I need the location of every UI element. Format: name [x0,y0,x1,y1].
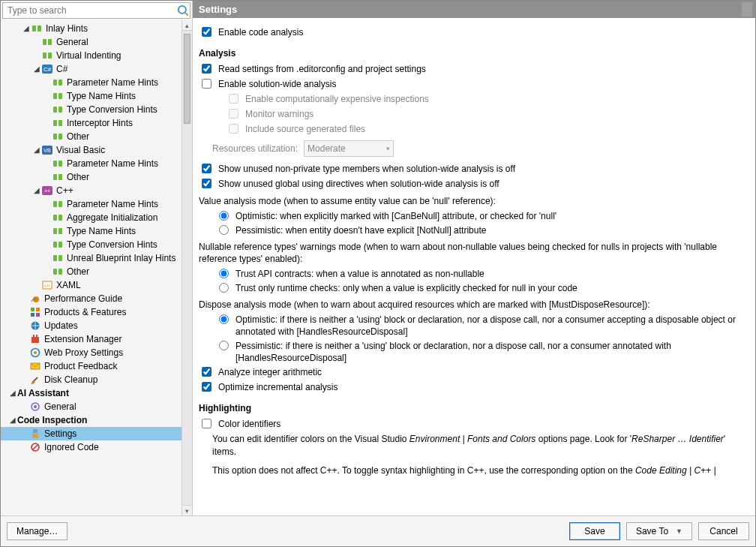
tree-item-cpp[interactable]: ◢ ++ C++ [1,184,192,197]
tree-item-feedback[interactable]: Product Feedback [1,359,192,373]
scrollbar-thumb[interactable] [184,34,190,124]
checkbox[interactable] [202,419,212,428]
cancel-button[interactable]: Cancel [698,522,749,540]
tree-item-cpp-type[interactable]: Type Name Hints [1,224,192,238]
collapse-icon[interactable]: ◢ [8,389,17,398]
search-icon[interactable] [176,4,190,17]
dispose-optimistic-radio[interactable]: Optimistic: if there is neither a 'using… [215,314,746,338]
tree-item-param-hints[interactable]: Parameter Name Hints [1,76,192,89]
tree-item-proxy[interactable]: Web Proxy Settings [1,346,192,359]
tree-item-cleanup[interactable]: Disk Cleanup [1,373,192,386]
tree-item-type-hints[interactable]: Type Name Hints [1,89,192,103]
tree-item-cpp-other[interactable]: Other [1,265,192,278]
tree-item-other[interactable]: Other [1,130,192,143]
tree-item-cpp-agg[interactable]: Aggregate Initialization [1,211,192,224]
tree-item-vb-param[interactable]: Parameter Name Hints [1,157,192,170]
enable-swa-check[interactable]: Enable solution-wide analysis [199,78,746,91]
svg-rect-56 [33,429,38,433]
cpp-icon: ++ [41,185,53,197]
collapse-icon[interactable]: ◢ [32,146,41,155]
tree-item-vb[interactable]: ◢ VB Visual Basic [1,143,192,157]
collapse-icon[interactable]: ◢ [32,186,41,195]
tree-item-vb-other[interactable]: Other [1,170,192,184]
checkbox[interactable] [202,164,212,173]
collapse-icon[interactable]: ◢ [8,416,17,425]
hints-icon [41,50,53,62]
tree-item-code-inspection[interactable]: ◢ Code Inspection [1,413,192,427]
radio[interactable] [219,314,229,324]
radio-label: Optimistic: if there is neither a 'using… [236,314,746,338]
svg-rect-18 [53,134,57,140]
unused-usings-check[interactable]: Show unused global using directives when… [199,178,746,191]
checkbox[interactable] [202,79,212,89]
scroll-up-icon[interactable]: ▴ [182,20,192,31]
tree-item-general[interactable]: General [1,35,192,49]
tree-scrollbar[interactable]: ▴ ▾ [182,20,192,515]
value-optimistic-radio[interactable]: Optimistic: when explicitly marked with … [215,210,746,222]
hints-icon [52,77,64,89]
radio[interactable] [219,341,229,350]
search-input[interactable] [3,4,176,17]
collapse-icon[interactable]: ◢ [22,24,31,33]
svg-line-1 [185,13,188,16]
tree-item-ignored[interactable]: Ignored Code [1,440,192,454]
tree-item-xaml[interactable]: </> XAML [1,278,192,292]
svg-rect-2 [32,26,36,32]
tree-item-cpp-param[interactable]: Parameter Name Hints [1,197,192,211]
checkbox[interactable] [202,179,212,188]
svg-rect-32 [53,228,57,234]
radio[interactable] [219,225,229,235]
tree-item-csharp[interactable]: ◢ C# C# [1,62,192,76]
tree-item-conv-hints[interactable]: Type Conversion Hints [1,103,192,116]
manage-button[interactable]: Manage… [7,522,68,540]
content-scroll-indicator[interactable] [742,2,752,17]
dispose-pessimistic-radio[interactable]: Pessimistic: if there is neither a 'usin… [215,340,746,364]
checkbox[interactable] [202,367,212,377]
ignored-icon [29,441,41,453]
tree-label: Type Conversion Hints [67,239,158,250]
svg-text:++: ++ [44,188,50,194]
read-editorconfig-check[interactable]: Read settings from .editorconfig and pro… [199,63,746,76]
tree-label: General [44,401,76,412]
color-identifiers-check[interactable]: Color identifiers [199,418,746,431]
tree-label: Parameter Name Hints [67,77,158,88]
optimize-incremental-check[interactable]: Optimize incremental analysis [199,381,746,394]
tree-item-perf-guide[interactable]: Performance Guide [1,292,192,305]
checkbox[interactable] [202,27,212,37]
search-box[interactable] [2,2,190,19]
tree-item-interceptor-hints[interactable]: Interceptor Hints [1,116,192,130]
scroll-down-icon[interactable]: ▾ [182,505,192,515]
enable-code-analysis-check[interactable]: Enable code analysis [199,26,746,39]
svg-rect-48 [32,337,39,343]
hints-icon [52,239,64,251]
radio[interactable] [219,211,229,221]
tree-item-settings[interactable]: Settings [1,427,192,440]
nrt-runtime-radio[interactable]: Trust only runtime checks: only when a v… [215,282,746,294]
tree-item-ai-general[interactable]: General [1,400,192,413]
plugin-icon [29,333,41,345]
tree-item-products[interactable]: Products & Features [1,305,192,319]
unused-types-check[interactable]: Show unused non-private type members whe… [199,163,746,176]
radio[interactable] [219,283,229,293]
collapse-icon[interactable]: ◢ [32,65,41,74]
analyze-int-check[interactable]: Analyze integer arithmetic [199,366,746,379]
svg-rect-6 [43,53,46,59]
save-to-button[interactable]: Save To ▼ [626,522,692,540]
checkbox[interactable] [202,64,212,74]
tree-item-inlay-hints[interactable]: ◢ Inlay Hints [1,22,192,35]
svg-rect-23 [58,161,62,167]
value-pessimistic-radio[interactable]: Pessimistic: when entity doesn't have ex… [215,224,746,236]
tree-item-cpp-unreal[interactable]: Unreal Blueprint Inlay Hints [1,251,192,265]
tree-item-virtual-indenting[interactable]: Virtual Indenting [1,49,192,62]
checkbox[interactable] [202,382,212,392]
save-button[interactable]: Save [569,522,620,540]
dispose-desc: Dispose analysis mode (when to warn abou… [199,299,746,311]
tree-item-ext-mgr[interactable]: Extension Manager [1,332,192,346]
radio[interactable] [219,269,229,278]
value-mode-desc: Value analysis mode (when to assume enti… [199,195,746,207]
tree-item-updates[interactable]: Updates [1,319,192,332]
nrt-trust-radio[interactable]: Trust API contracts: when a value is ann… [215,268,746,280]
tree-item-ai[interactable]: ◢ AI Assistant [1,386,192,400]
tree-item-cpp-conv[interactable]: Type Conversion Hints [1,238,192,251]
svg-rect-36 [53,255,57,261]
